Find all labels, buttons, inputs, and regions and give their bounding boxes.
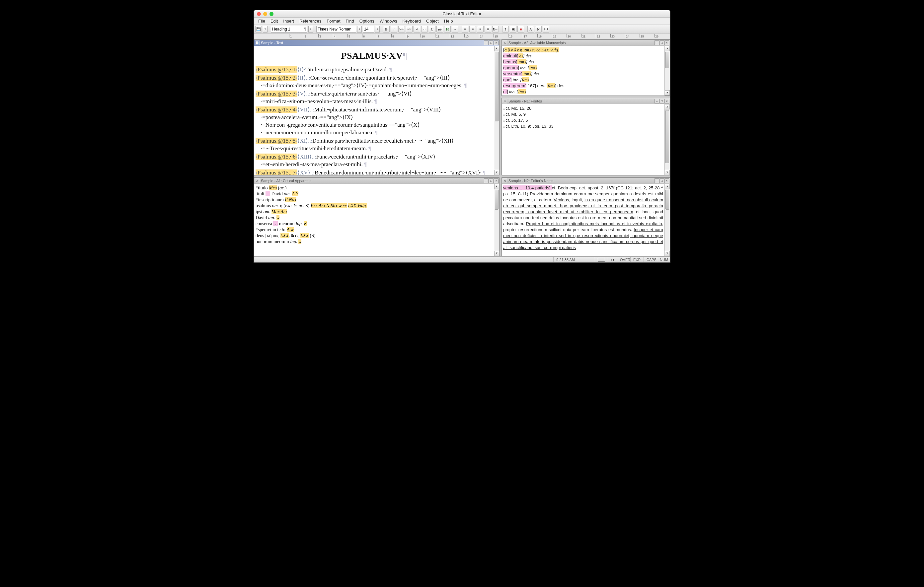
list-item[interactable]: [α β γ δ ε η Rm₃ e₂ cc LXX Vulg. xyxy=(503,47,663,53)
list-item[interactable]: versentur] Rm₃] des. xyxy=(503,71,663,77)
pane-notes-header[interactable]: N Sample - N2: Editor's Notes – □ × xyxy=(502,178,670,184)
zoom-icon[interactable] xyxy=(269,12,274,16)
menu-insert[interactable]: Insert xyxy=(281,18,296,24)
list-item[interactable]: ut] inc. [Rm₃ xyxy=(503,89,663,95)
minimize-pane-icon[interactable]: – xyxy=(484,41,488,45)
maximize-pane-icon[interactable]: □ xyxy=(489,41,493,45)
list-item[interactable]: #inscriptionum F Na₁ xyxy=(256,197,493,203)
scroll-up-icon[interactable]: ▲ xyxy=(665,46,670,51)
scroll-thumb[interactable] xyxy=(495,190,498,210)
close-pane-icon[interactable]: × xyxy=(665,99,669,104)
highlight-button[interactable]: H xyxy=(444,26,451,33)
pane-text-header[interactable]: 📄 Sample - Text – □ × xyxy=(254,40,499,46)
verse-line[interactable]: ›Psalmus.@15,··1›⟨I⟩·Tituli·inscriptio,·… xyxy=(256,66,493,73)
list-item[interactable]: #cf. Jo. 17, 5 xyxy=(503,117,663,123)
apparatus-area[interactable]: #titulo Mc₃ (ac.).tituli … David om. A Y… xyxy=(254,184,494,256)
minimize-pane-icon[interactable]: – xyxy=(655,41,659,45)
list-item[interactable]: David lnp. w xyxy=(256,215,493,221)
scrollbar[interactable]: ▲ ▼ xyxy=(665,184,670,256)
scroll-thumb[interactable] xyxy=(665,110,669,163)
scroll-down-icon[interactable]: ▼ xyxy=(494,170,499,175)
maximize-pane-icon[interactable]: □ xyxy=(660,178,664,183)
scrollbar[interactable]: ▲ ▼ xyxy=(665,104,670,175)
verse-line[interactable]: ›Psalmus.@15,..7›⟨XV⟩..:Benedicam·dominu… xyxy=(256,169,493,175)
pane-apparatus-header[interactable]: A Sample - A1: Critical Apparatus – □ × xyxy=(254,178,499,184)
menu-object[interactable]: Object xyxy=(424,18,441,24)
list-item[interactable]: #cf. Mc. 15, 26 xyxy=(503,105,663,112)
list-item[interactable]: quorum] inc. [Rm₃ xyxy=(503,65,663,71)
text-area[interactable]: PSALMUS·XV¶ ›Psalmus.@15,··1›⟨I⟩·Tituli·… xyxy=(254,46,494,175)
list-item[interactable]: quo] inc. [Rm₃ xyxy=(503,77,663,83)
menu-keyboard[interactable]: Keyboard xyxy=(400,18,423,24)
pane-fontes-header[interactable]: N Sample - N1: Fontes – □ × xyxy=(502,98,670,104)
scroll-up-icon[interactable]: ▲ xyxy=(665,104,670,109)
xml-button[interactable]: ⟨/⟩ xyxy=(543,26,549,33)
align-left-button[interactable]: ≡ xyxy=(462,26,468,33)
menu-edit[interactable]: Edit xyxy=(268,18,280,24)
direction-button[interactable]: → xyxy=(452,26,458,33)
minimize-icon[interactable] xyxy=(263,12,267,16)
scroll-down-icon[interactable]: ▼ xyxy=(665,90,670,95)
close-pane-icon[interactable]: × xyxy=(665,41,669,45)
subscript-button[interactable]: x₁ xyxy=(421,26,428,33)
smallcaps-button[interactable]: ABC xyxy=(398,26,405,33)
scroll-thumb[interactable] xyxy=(665,52,669,68)
list-item[interactable]: beatus] Rm₃] des. xyxy=(503,59,663,65)
menu-file[interactable]: File xyxy=(256,18,267,24)
ruler[interactable]: 1234567891011121314151617181920212223242… xyxy=(254,33,670,39)
list-item[interactable]: #titulo Mc₃ (ac.). xyxy=(256,185,493,191)
apparatus-a-button[interactable]: A xyxy=(527,26,534,33)
menu-find[interactable]: Find xyxy=(343,18,356,24)
maximize-pane-icon[interactable]: □ xyxy=(660,99,664,104)
style-dropdown[interactable]: ▾ xyxy=(309,26,313,33)
list-item[interactable]: ipsi om. Mc₃ Ar₂ xyxy=(256,209,493,215)
strike-button[interactable]: ab xyxy=(436,26,443,33)
list-item[interactable]: #cf. Mt. 5, 9 xyxy=(503,112,663,117)
close-icon[interactable] xyxy=(257,12,261,16)
menu-references[interactable]: References xyxy=(297,18,323,24)
scroll-thumb[interactable] xyxy=(495,52,498,122)
paragraph-direction-button[interactable]: ¶→ xyxy=(492,26,499,33)
font-dropdown[interactable]: ▾ xyxy=(357,26,362,33)
list-item[interactable]: deus] κύριος LXX, θεός LXX (S) xyxy=(256,233,493,239)
fontes-area[interactable]: #cf. Mc. 15, 26#cf. Mt. 5, 9#cf. Jo. 17,… xyxy=(502,104,665,175)
verse-line[interactable]: ›Psalmus.@15,··6›⟨XIII⟩..:Funes·cecideru… xyxy=(256,153,493,168)
save-dropdown[interactable]: ▾ xyxy=(263,26,267,33)
align-justify-button[interactable]: ≣ xyxy=(485,26,491,33)
underline-button[interactable]: U xyxy=(429,26,436,33)
maximize-pane-icon[interactable]: □ xyxy=(660,41,664,45)
align-center-button[interactable]: ≡ xyxy=(469,26,476,33)
list-item[interactable]: tituli … David om. A Y xyxy=(256,191,493,197)
scroll-up-icon[interactable]: ▲ xyxy=(494,46,499,51)
maximize-pane-icon[interactable]: □ xyxy=(489,178,493,183)
scroll-down-icon[interactable]: ▼ xyxy=(665,251,670,256)
scroll-thumb[interactable] xyxy=(665,190,669,210)
close-pane-icon[interactable]: × xyxy=(494,178,498,183)
verse-line[interactable]: ›Psalmus.@15,··3›⟨V⟩..:San¬ctis·qui·in·t… xyxy=(256,90,493,105)
scroll-up-icon[interactable]: ▲ xyxy=(494,184,499,189)
list-item[interactable]: #speravi in te tr. A w xyxy=(256,227,493,233)
minimize-pane-icon[interactable]: – xyxy=(655,99,659,104)
size-select[interactable]: 14 xyxy=(363,26,374,33)
scroll-down-icon[interactable]: ▼ xyxy=(665,170,670,175)
align-right-button[interactable]: ≡ xyxy=(477,26,483,33)
image-button[interactable]: ▣ xyxy=(510,26,516,33)
close-pane-icon[interactable]: × xyxy=(665,178,669,183)
size-dropdown[interactable]: ▾ xyxy=(375,26,380,33)
verse-line[interactable]: ›Psalmus.@15,··2›⟨II⟩..:Con¬serva·me,·do… xyxy=(256,74,493,89)
pane-manuscripts-header[interactable]: A Sample - A2: Available Manuscripts – □… xyxy=(502,40,670,46)
scroll-down-icon[interactable]: ▼ xyxy=(494,251,499,256)
list-item[interactable]: bonorum meorum lnp. w xyxy=(256,239,493,245)
style-select[interactable]: Heading 1¶ xyxy=(271,26,307,33)
close-pane-icon[interactable]: × xyxy=(494,41,498,45)
font-select[interactable]: Times New Roman xyxy=(316,26,356,33)
scrollbar[interactable]: ▲ ▼ xyxy=(494,46,499,175)
list-item[interactable]: conserva … meorum lnp. K xyxy=(256,221,493,227)
list-item[interactable]: eminuit] e₂] des. xyxy=(503,53,663,59)
notes-area[interactable]: veniens … 10,4 patieris] cf. Beda exp. a… xyxy=(502,184,665,256)
minimize-pane-icon[interactable]: – xyxy=(484,178,488,183)
menu-windows[interactable]: Windows xyxy=(377,18,399,24)
list-item[interactable]: resurgerem] 167] des.; Rm₃] des. xyxy=(503,83,663,89)
scrollbar[interactable]: ▲ ▼ xyxy=(494,184,499,256)
menu-format[interactable]: Format xyxy=(324,18,343,24)
